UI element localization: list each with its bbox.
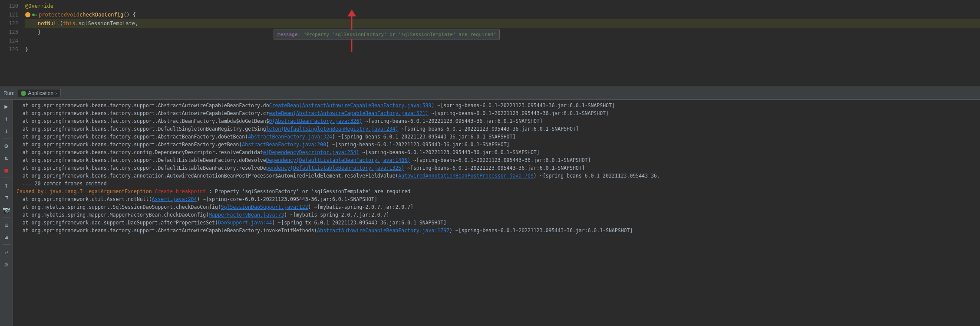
console-line-1: at org.springframework.beans.factory.sup… xyxy=(16,102,977,109)
run-button[interactable]: ▶ xyxy=(2,102,11,111)
run-toolbar: ▶ ↑ ↓ ⚙ ⇅ ■ ↧ ⊡ 📷 ≡ ⊞ ↩ ⚙ xyxy=(0,100,13,326)
code-line-120: @Override xyxy=(25,2,980,10)
tab-name: Application xyxy=(28,90,53,96)
run-panel-header: Run: Application × xyxy=(0,87,980,100)
link-dao-support[interactable]: DaoSupport.java:44 xyxy=(218,220,272,226)
link-resolveDep[interactable]: pendency(DefaultListableBeanFactory.java… xyxy=(266,165,405,171)
filter-button[interactable]: ≡ xyxy=(2,220,11,230)
console-line-4: at org.springframework.beans.factory.sup… xyxy=(16,125,977,133)
link-doGetBean[interactable]: AbstractBeanFactory.java:324 xyxy=(248,134,332,140)
link-sqls-check[interactable]: SqlSessionDaoSupport.java:122 xyxy=(221,204,308,210)
console-output[interactable]: at org.springframework.beans.factory.sup… xyxy=(13,100,980,326)
step-marker: ●↓ xyxy=(32,10,37,19)
toolbar-divider-3 xyxy=(3,217,10,217)
tooltip-key: message: xyxy=(277,32,304,37)
console-line-5: at org.springframework.beans.factory.sup… xyxy=(16,133,977,141)
stop-button[interactable]: ■ xyxy=(2,165,11,175)
console-line-sqls: at org.mybatis.spring.support.SqlSession… xyxy=(16,203,977,211)
exception-class: IllegalArgumentException xyxy=(79,188,152,194)
console-line-10: at org.springframework.beans.factory.ann… xyxy=(16,172,977,180)
code-line-125: } xyxy=(25,45,980,54)
console-line-invoke: at org.springframework.beans.factory.sup… xyxy=(16,227,977,234)
camera-button[interactable]: 📷 xyxy=(2,205,11,214)
parameter-tooltip: message: "Property 'sqlSessionFactory' o… xyxy=(274,30,500,40)
console-line-9: at org.springframework.beans.factory.sup… xyxy=(16,164,977,172)
run-body: ▶ ↑ ↓ ⚙ ⇅ ■ ↧ ⊡ 📷 ≡ ⊞ ↩ ⚙ at org.springf… xyxy=(0,100,980,326)
line-numbers: 120 121 122 123 124 125 xyxy=(0,0,22,86)
console-line-2: at org.springframework.beans.factory.sup… xyxy=(16,109,977,117)
toolbar-divider-4 xyxy=(3,244,10,245)
close-tab-button[interactable]: × xyxy=(55,91,58,96)
expand-button[interactable]: ⇅ xyxy=(2,153,11,163)
console-line-8: at org.springframework.beans.factory.sup… xyxy=(16,156,977,164)
clear-button[interactable]: ⊡ xyxy=(2,193,11,202)
code-line-124 xyxy=(25,36,980,45)
link-resolveCandidate[interactable]: e(DependencyDescriptor.java:254) xyxy=(263,149,360,155)
link-doResolveDep[interactable]: Dependency(DefaultListableBeanFactory.ja… xyxy=(266,157,410,163)
create-breakpoint-link[interactable]: Create breakpoint xyxy=(155,188,206,194)
code-lines: @Override ●↓ protected void checkDaoConf… xyxy=(22,0,980,86)
toolbar-divider-1 xyxy=(3,138,10,138)
link-resolveFieldValue[interactable]: AutowiredAnnotationBeanPostProcessor.jav… xyxy=(398,173,534,179)
down-button[interactable]: ↓ xyxy=(2,126,11,135)
run-label: Run: xyxy=(3,90,14,96)
code-line-122: notNull ( this .sqlSessionTemplate, xyxy=(25,19,980,28)
gear2-button[interactable]: ⚙ xyxy=(2,260,11,269)
link-lambda[interactable]: 0(AbstractBeanFactory.java:326) xyxy=(269,118,363,124)
console-line-omitted: ... 20 common frames omitted xyxy=(16,180,977,188)
layout-button[interactable]: ⊞ xyxy=(2,232,11,242)
link-assert-notNull[interactable]: Assert.java:204 xyxy=(152,196,197,202)
code-line-123: } xyxy=(25,28,980,36)
console-line-dao: at org.springframework.dao.support.DaoSu… xyxy=(16,219,977,227)
application-tab[interactable]: Application × xyxy=(18,89,61,97)
run-panel: Run: Application × ▶ ↑ ↓ ⚙ ⇅ ■ ↧ ⊡ 📷 ≡ ⊞… xyxy=(0,87,980,326)
console-line-caused-by: Caused by: java.lang.IllegalArgumentExce… xyxy=(16,188,977,195)
console-line-mapper: at org.mybatis.spring.mapper.MapperFacto… xyxy=(16,211,977,219)
console-line-3: at org.springframework.beans.factory.sup… xyxy=(16,117,977,125)
app-run-icon xyxy=(21,91,26,96)
console-line-assert: at org.springframework.util.Assert.notNu… xyxy=(16,195,977,203)
pin-button[interactable]: ↩ xyxy=(2,247,11,257)
debug-marker xyxy=(25,12,30,17)
code-editor: 120 121 122 123 124 125 @Override ●↓ pro… xyxy=(0,0,980,87)
console-line-7: at org.springframework.beans.factory.con… xyxy=(16,148,977,156)
link-invoke-init[interactable]: AbstractAutowireCapableBeanFactory.java:… xyxy=(317,227,449,234)
toolbar-divider-2 xyxy=(3,178,10,178)
link-createBean[interactable]: eateBean(AbstractAutowireCapableBeanFact… xyxy=(269,110,429,116)
settings-button[interactable]: ⚙ xyxy=(2,141,11,151)
scroll-down-button[interactable]: ↧ xyxy=(2,181,11,190)
code-line-121: ●↓ protected void checkDaoConfig () { xyxy=(25,10,980,19)
link-mapper-check[interactable]: MapperFactoryBean.java:73 xyxy=(209,212,284,218)
link-getBean[interactable]: AbstractBeanFactory.java:200 xyxy=(242,142,326,148)
console-line-6: at org.springframework.beans.factory.sup… xyxy=(16,141,977,148)
up-button[interactable]: ↑ xyxy=(2,114,11,123)
link-getSingleton[interactable]: leton(DefaultSingletonBeanRegistry.java:… xyxy=(266,126,399,132)
link-doCreateBean[interactable]: CreateBean(AbstractAutowireCapableBeanFa… xyxy=(269,102,435,109)
tooltip-value: "Property 'sqlSessionFactory' or 'sqlSes… xyxy=(304,32,496,37)
